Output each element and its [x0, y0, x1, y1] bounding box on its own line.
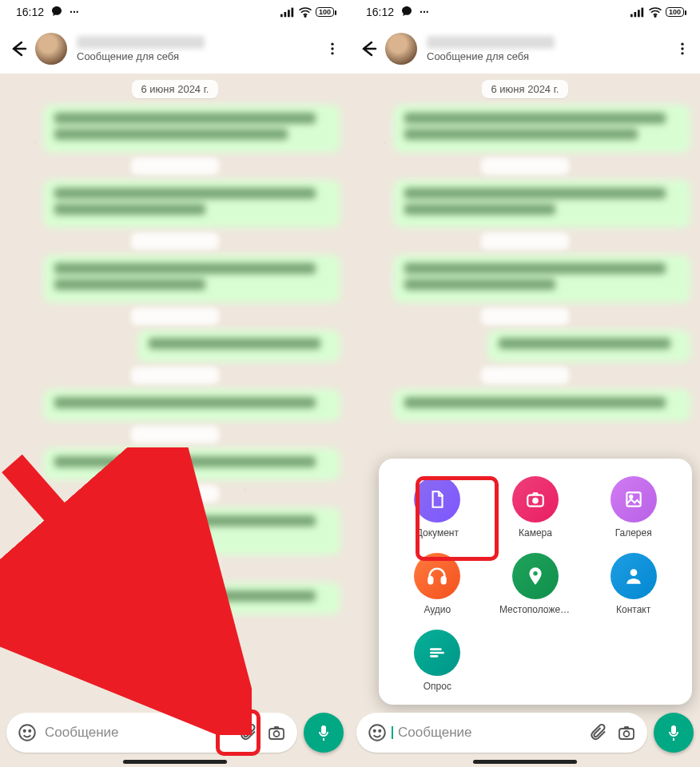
chat-subtitle: Сообщение для себя [77, 50, 315, 62]
avatar[interactable] [35, 33, 67, 65]
message[interactable] [43, 507, 340, 555]
system-pill [131, 367, 219, 384]
back-button[interactable] [6, 38, 29, 60]
message[interactable] [137, 330, 340, 362]
menu-button[interactable] [321, 41, 344, 57]
emoji-button[interactable] [13, 718, 42, 747]
svg-point-6 [331, 47, 333, 50]
input-row: Сообщение [356, 713, 694, 753]
system-pill [481, 232, 569, 250]
chat-bubble-icon [50, 5, 63, 20]
svg-point-21 [681, 47, 683, 50]
attach-option-camera[interactable]: Камера [488, 476, 583, 538]
svg-rect-0 [280, 14, 283, 18]
avatar[interactable] [385, 33, 417, 65]
message[interactable] [393, 180, 690, 228]
svg-rect-15 [630, 14, 633, 18]
svg-rect-16 [634, 12, 636, 17]
attach-label: Контакт [616, 604, 650, 615]
camera-icon [512, 476, 559, 523]
system-pill [131, 232, 219, 250]
signal-icon [630, 6, 645, 18]
message[interactable] [43, 255, 340, 303]
svg-point-24 [532, 498, 539, 504]
attach-option-contact[interactable]: Контакт [586, 553, 681, 615]
menu-button[interactable] [671, 41, 694, 57]
svg-point-30 [630, 569, 637, 576]
message[interactable] [43, 180, 340, 228]
app-bar: Сообщение для себя [350, 24, 700, 74]
svg-point-36 [379, 730, 380, 732]
date-pill: 6 июня 2024 г. [132, 80, 219, 98]
status-time: 16:12 [16, 6, 44, 18]
svg-rect-25 [626, 492, 640, 506]
mic-button[interactable] [654, 713, 694, 753]
svg-point-9 [24, 730, 26, 732]
system-pill [481, 308, 569, 325]
status-bar: 16:12 ··· 100 [0, 0, 350, 24]
phone-left: 16:12 ··· 100 Сообщение для себя [0, 0, 350, 767]
svg-rect-27 [429, 577, 433, 583]
chat-title-area[interactable]: Сообщение для себя [424, 36, 665, 62]
system-pill [131, 308, 219, 325]
document-icon [414, 476, 460, 523]
system-pill [131, 157, 219, 175]
message[interactable] [43, 389, 340, 421]
message[interactable] [393, 389, 690, 421]
attach-panel: Документ Камера Галерея Аудио Местополож… [379, 459, 692, 705]
svg-rect-28 [442, 577, 446, 583]
svg-point-10 [29, 730, 30, 732]
attach-option-audio[interactable]: Аудио [390, 553, 485, 615]
svg-rect-2 [288, 10, 290, 17]
attach-option-poll[interactable]: Опрос [390, 630, 485, 692]
system-pill [131, 560, 219, 578]
svg-point-20 [681, 43, 683, 46]
svg-rect-1 [284, 12, 286, 17]
svg-point-29 [533, 571, 537, 575]
attach-button[interactable] [233, 718, 262, 747]
chat-name-blurred [77, 36, 205, 49]
camera-button[interactable] [262, 718, 291, 747]
message[interactable] [393, 105, 690, 153]
back-button[interactable] [356, 38, 379, 60]
message-input[interactable]: Сообщение [42, 725, 233, 741]
chat-title-area[interactable]: Сообщение для себя [74, 36, 315, 62]
svg-rect-17 [638, 10, 640, 17]
chat-subtitle: Сообщение для себя [427, 50, 665, 62]
message-input[interactable]: Сообщение [392, 725, 583, 741]
message-input-pill: Сообщение [356, 713, 647, 753]
system-pill [481, 157, 569, 175]
message[interactable] [43, 105, 340, 153]
wifi-icon [298, 6, 312, 18]
location-icon [512, 553, 559, 599]
attach-label: Галерея [615, 527, 652, 538]
audio-icon [414, 553, 460, 599]
attach-option-location[interactable]: Местоположен… [488, 553, 583, 615]
text-cursor [392, 726, 393, 739]
chat-body[interactable]: 6 июня 2024 г. [0, 74, 350, 767]
message[interactable] [487, 330, 690, 362]
svg-point-12 [274, 731, 280, 737]
poll-icon [414, 630, 460, 676]
phone-right: 16:12 ··· 100 Сообщение для себя [350, 0, 700, 767]
emoji-button[interactable] [363, 718, 392, 747]
gallery-icon [611, 476, 657, 523]
camera-button[interactable] [612, 718, 641, 747]
svg-point-19 [654, 15, 656, 17]
message-input-pill: Сообщение [6, 713, 297, 753]
attach-label: Местоположен… [499, 604, 571, 615]
attach-option-gallery[interactable]: Галерея [586, 476, 681, 538]
svg-point-22 [681, 52, 683, 54]
signal-icon [280, 6, 295, 18]
mic-button[interactable] [304, 713, 344, 753]
message[interactable] [43, 448, 340, 480]
message[interactable] [43, 582, 340, 614]
system-pill [131, 485, 219, 503]
input-row: Сообщение [6, 713, 344, 753]
status-bar: 16:12 ··· 100 [350, 0, 700, 24]
attach-button[interactable] [583, 718, 612, 747]
nav-bar [350, 760, 700, 764]
attach-option-document[interactable]: Документ [390, 476, 485, 538]
message[interactable] [393, 255, 690, 303]
status-time: 16:12 [366, 6, 394, 18]
